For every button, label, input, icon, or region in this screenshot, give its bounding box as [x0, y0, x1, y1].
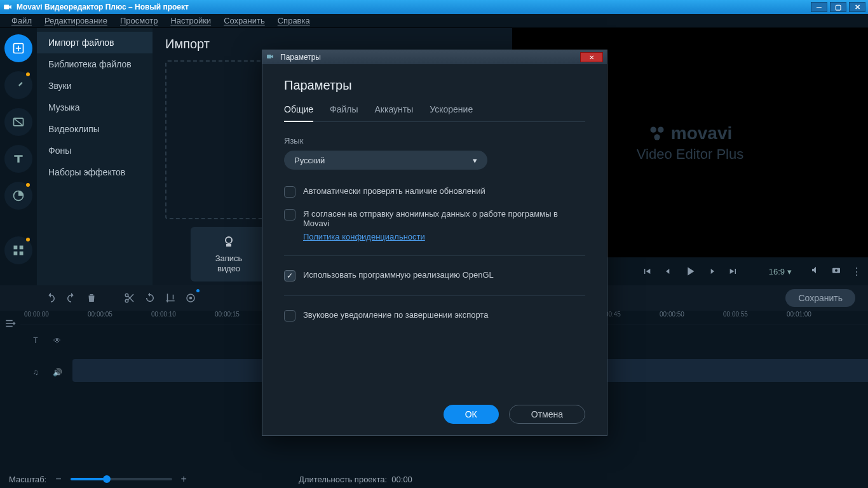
record-video-tile[interactable]: Запись видео [191, 227, 267, 281]
record-tile-line1: Запись [215, 254, 243, 264]
player-skip-end-button[interactable] [725, 263, 742, 280]
project-duration: Длительность проекта: 00:00 [299, 475, 412, 484]
player-frame-fwd-button[interactable] [703, 263, 720, 280]
delete-button[interactable] [81, 288, 102, 308]
tool-import[interactable] [4, 34, 32, 62]
camera-icon [221, 234, 236, 250]
tool-stickers[interactable] [4, 182, 32, 210]
svg-point-11 [658, 126, 663, 132]
svg-rect-5 [20, 246, 24, 250]
import-item-music[interactable]: Музыка [37, 97, 153, 118]
timeline-left-gutter [0, 311, 20, 470]
tab-accounts[interactable]: Аккаунты [375, 104, 414, 121]
window-maximize-button[interactable]: ▢ [830, 2, 846, 12]
player-skip-start-button[interactable] [639, 263, 655, 280]
settings-dialog: Параметры ✕ Параметры Общие Файлы Аккаун… [262, 50, 607, 436]
undo-button[interactable] [41, 288, 61, 308]
badge-dot [26, 72, 30, 76]
svg-point-14 [835, 269, 837, 272]
import-item-files[interactable]: Импорт файлов [37, 32, 153, 53]
chevron-down-icon: ▾ [473, 156, 477, 165]
import-item-backgrounds[interactable]: Фоны [37, 140, 153, 161]
dialog-titlebar[interactable]: Параметры ✕ [262, 50, 607, 64]
svg-point-18 [189, 297, 193, 300]
dialog-app-icon [266, 53, 276, 62]
zoom-label: Масштаб: [9, 475, 46, 484]
menu-bar: Файл Редактирование Просмотр Настройки С… [0, 14, 868, 28]
check-opengl[interactable]: Использовать программную реализацию Open… [284, 270, 585, 281]
check-auto-update[interactable]: Автоматически проверять наличие обновлен… [284, 186, 585, 198]
player-play-button[interactable] [682, 263, 698, 280]
record-tile-line2: видео [215, 264, 243, 274]
badge-dot [196, 289, 200, 292]
cut-button[interactable] [119, 288, 140, 308]
menu-help[interactable]: Справка [271, 16, 316, 25]
language-select[interactable]: Русский ▾ [284, 151, 487, 170]
svg-point-10 [650, 126, 656, 132]
eye-icon[interactable]: 👁 [53, 336, 61, 345]
tab-files[interactable]: Файлы [330, 104, 358, 121]
color-adjust-button[interactable] [180, 288, 201, 308]
tab-acceleration[interactable]: Ускорение [430, 104, 473, 121]
redo-button[interactable] [61, 288, 81, 308]
menu-file[interactable]: Файл [5, 16, 38, 25]
add-track-button[interactable] [0, 313, 20, 334]
tool-transitions[interactable] [4, 108, 32, 136]
menu-settings[interactable]: Настройки [164, 16, 217, 25]
player-snapshot-button[interactable] [831, 265, 841, 278]
svg-point-12 [654, 134, 660, 140]
rotate-button[interactable] [140, 288, 160, 308]
check-consent[interactable]: Я согласен на отправку анонимных данных … [284, 209, 585, 228]
crop-button[interactable] [160, 288, 180, 308]
player-menu-button[interactable]: ⋮ [851, 266, 862, 278]
language-label: Язык [284, 136, 585, 146]
svg-point-8 [226, 237, 232, 243]
checkbox-icon[interactable] [284, 186, 295, 198]
dialog-heading: Параметры [284, 78, 585, 93]
window-titlebar: Movavi Видеоредактор Плюс – Новый проект… [0, 0, 868, 14]
dialog-close-button[interactable]: ✕ [580, 52, 603, 62]
import-item-library[interactable]: Библиотека файлов [37, 53, 153, 75]
checkbox-icon[interactable] [284, 270, 295, 281]
dialog-tabs: Общие Файлы Аккаунты Ускорение [284, 104, 585, 122]
import-item-sounds[interactable]: Звуки [37, 75, 153, 97]
divider [284, 255, 585, 256]
menu-edit[interactable]: Редактирование [38, 16, 114, 25]
player-volume-button[interactable] [811, 265, 821, 278]
tool-more-apps[interactable] [4, 236, 32, 264]
chevron-down-icon: ▾ [787, 267, 792, 276]
window-title: Movavi Видеоредактор Плюс – Новый проект [17, 3, 811, 11]
privacy-policy-link[interactable]: Политика конфиденциальности [303, 232, 585, 241]
ok-button[interactable]: ОК [444, 405, 499, 424]
menu-save[interactable]: Сохранить [217, 16, 271, 25]
import-item-videoclips[interactable]: Видеоклипы [37, 118, 153, 140]
svg-rect-19 [267, 55, 271, 58]
svg-point-16 [125, 294, 128, 297]
player-frame-back-button[interactable] [660, 263, 677, 280]
checkbox-icon[interactable] [284, 310, 295, 322]
export-save-button[interactable]: Сохранить [785, 289, 855, 307]
import-item-effect-packs[interactable]: Наборы эффектов [37, 161, 153, 183]
badge-dot [26, 238, 30, 241]
dialog-title: Параметры [280, 53, 321, 62]
zoom-out-button[interactable]: − [55, 473, 61, 485]
window-minimize-button[interactable]: ─ [811, 2, 827, 12]
text-icon: T [33, 336, 37, 345]
tool-filters[interactable] [4, 71, 32, 99]
tab-general[interactable]: Общие [284, 104, 313, 122]
menu-view[interactable]: Просмотр [114, 16, 164, 25]
checkbox-icon[interactable] [284, 209, 295, 220]
check-export-sound[interactable]: Звуковое уведомление по завершении экспо… [284, 310, 585, 322]
svg-rect-9 [226, 244, 231, 247]
cancel-button[interactable]: Отмена [509, 405, 585, 424]
window-close-button[interactable]: ✕ [849, 2, 865, 12]
zoom-slider[interactable] [71, 478, 172, 480]
svg-rect-7 [20, 252, 24, 255]
svg-rect-4 [14, 246, 18, 250]
tool-titles[interactable] [4, 145, 32, 173]
tool-strip [0, 28, 37, 285]
zoom-in-button[interactable]: + [181, 473, 187, 485]
aspect-ratio-selector[interactable]: 16:9 ▾ [769, 267, 792, 276]
status-bar: Масштаб: − + Длительность проекта: 00:00 [0, 470, 868, 488]
preview-brand-logo: movavi [648, 123, 733, 144]
